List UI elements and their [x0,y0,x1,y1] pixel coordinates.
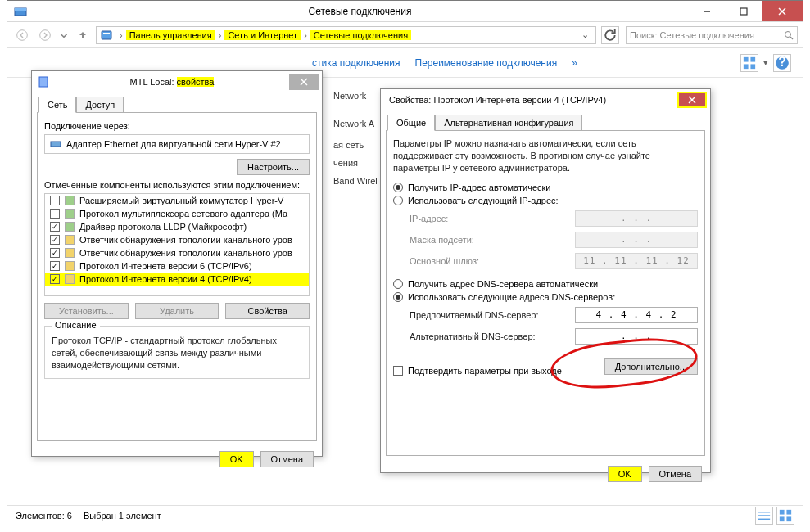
gateway-field[interactable]: 11 . 11 . 11 . 12 [575,253,698,269]
chevron-right-icon: › [118,30,124,40]
list-item[interactable]: Ответчик обнаружения топологии канальног… [45,246,309,259]
crumb-connections[interactable]: Сетевые подключения [310,30,411,40]
icons-view-button[interactable] [776,507,794,525]
radio-dns-auto[interactable]: Получить адрес DNS-сервера автоматически [393,279,698,289]
cmd-more[interactable]: » [572,57,577,69]
cancel-button[interactable]: Отмена [260,451,314,467]
protocol-icon [65,274,75,284]
tab-alternative[interactable]: Альтернативная конфигурация [435,115,582,131]
ip-label: IP-адрес: [410,214,575,223]
maximize-button[interactable] [725,1,762,21]
cancel-button[interactable]: Отмена [649,466,702,482]
protocol-icon [65,222,75,232]
search-placeholder: Поиск: Сетевые подключения [630,30,754,40]
search-input[interactable]: Поиск: Сетевые подключения [626,26,798,44]
dialog-buttons: OK Отмена [381,461,710,487]
svg-rect-8 [102,31,111,39]
checkbox[interactable] [50,248,60,258]
radio-dns-manual[interactable]: Использовать следующие адреса DNS-сервер… [393,292,698,302]
ip-fields: IP-адрес: . . . Маска подсети: . . . Осн… [410,210,698,269]
description-title: Описание [52,320,100,330]
intro-text: Параметры IP можно назначать автоматичес… [393,138,698,174]
checkbox[interactable] [50,196,60,205]
nav-toolbar: › Панель управления › Сеть и Интернет › … [7,22,803,48]
configure-button[interactable]: Настроить... [237,159,310,175]
properties-button[interactable]: Свойства [225,303,310,319]
breadcrumb[interactable]: › Панель управления › Сеть и Интернет › … [96,26,596,44]
adapter-icon [50,138,61,150]
close-button[interactable] [289,74,319,90]
history-dropdown[interactable] [58,25,70,45]
checkbox[interactable] [50,209,60,219]
checkbox[interactable] [50,235,60,245]
crumb-network[interactable]: Сеть и Интернет [224,30,301,40]
chevron-right-icon: › [217,30,224,40]
ipv4-properties-dialog: Свойства: Протокол Интернета версии 4 (T… [380,88,711,473]
svg-point-7 [40,29,51,40]
checkbox-icon [393,366,403,376]
tab-network[interactable]: Сеть [38,97,76,113]
cmd-diagnose[interactable]: стика подключения [312,57,400,69]
validate-checkbox[interactable]: Подтвердить параметры при выходе [393,366,562,376]
window-title: Сетевые подключения [32,6,688,17]
address-dropdown[interactable]: ⌄ [578,29,592,40]
svg-rect-1 [15,8,26,11]
checkbox[interactable] [50,261,60,271]
components-label: Отмеченные компоненты используются этим … [44,180,310,190]
ok-button[interactable]: OK [219,451,254,467]
list-item-selected[interactable]: Протокол Интернета версии 4 (TCP/IPv4) [45,273,309,286]
gateway-label: Основной шлюз: [410,256,575,266]
tab-access[interactable]: Доступ [76,97,124,113]
svg-rect-12 [744,56,749,61]
details-view-button[interactable] [755,507,773,525]
view-options-button[interactable] [740,54,758,72]
cmd-rename[interactable]: Переименование подключения [415,57,558,69]
minimize-button[interactable] [688,1,725,21]
view-dropdown[interactable]: ▾ [763,54,768,72]
component-buttons: Установить... Удалить Свойства [44,303,310,319]
advanced-button[interactable]: Дополнительно... [604,358,698,375]
close-button[interactable] [762,1,803,21]
install-button[interactable]: Установить... [44,303,129,319]
mask-field[interactable]: . . . [575,232,698,248]
remove-button[interactable]: Удалить [135,303,219,319]
dns-fields: Предпочитаемый DNS-сервер: 4 . 4 . 4 . 2… [410,307,698,345]
status-bar: Элементов: 6 Выбран 1 элемент [7,505,803,525]
forward-button[interactable] [35,25,55,45]
radio-ip-auto[interactable]: Получить IP-адрес автоматически [393,183,698,192]
list-item[interactable]: Расширяемый виртуальный коммутатор Hyper… [45,194,309,207]
components-list[interactable]: Расширяемый виртуальный коммутатор Hyper… [44,193,310,296]
close-button[interactable] [677,92,707,108]
ip-field[interactable]: . . . [575,210,698,227]
list-item[interactable]: Драйвер протокола LLDP (Майкрософт) [45,220,309,233]
chevron-right-icon: › [302,30,309,40]
tab-content: Подключение через: Адаптер Ethernet для … [37,112,317,441]
dns2-field[interactable]: . . . [575,328,698,345]
svg-rect-24 [786,516,791,521]
item-count: Элементов: 6 [16,511,72,521]
ok-button[interactable]: OK [608,466,642,482]
checkbox[interactable] [50,222,60,232]
crumb-control-panel[interactable]: Панель управления [126,30,215,40]
back-button[interactable] [12,25,32,45]
tabs: Сеть Доступ [32,92,322,112]
svg-point-10 [785,31,791,37]
svg-line-11 [790,37,793,39]
svg-rect-13 [750,56,755,61]
up-button[interactable] [73,25,93,45]
help-button[interactable]: ? [773,54,791,72]
checkbox[interactable] [50,274,60,284]
tab-general[interactable]: Общие [387,115,435,131]
list-item[interactable]: Ответчик обнаружения топологии канальног… [45,233,309,246]
connect-via-label: Подключение через: [44,121,310,131]
radio-ip-manual[interactable]: Использовать следующий IP-адрес: [393,196,698,205]
radio-icon [393,183,403,192]
refresh-button[interactable] [601,26,619,44]
list-item[interactable]: Протокол Интернета версии 6 (TCP/IPv6) [45,259,309,273]
svg-text:?: ? [778,55,786,69]
list-item[interactable]: Протокол мультиплексора сетевого адаптер… [45,207,309,220]
svg-rect-22 [786,509,791,514]
dns1-field[interactable]: 4 . 4 . 4 . 2 [575,307,698,323]
window-icon [14,5,27,18]
dialog-title: MTL Local: свойства [55,77,289,87]
